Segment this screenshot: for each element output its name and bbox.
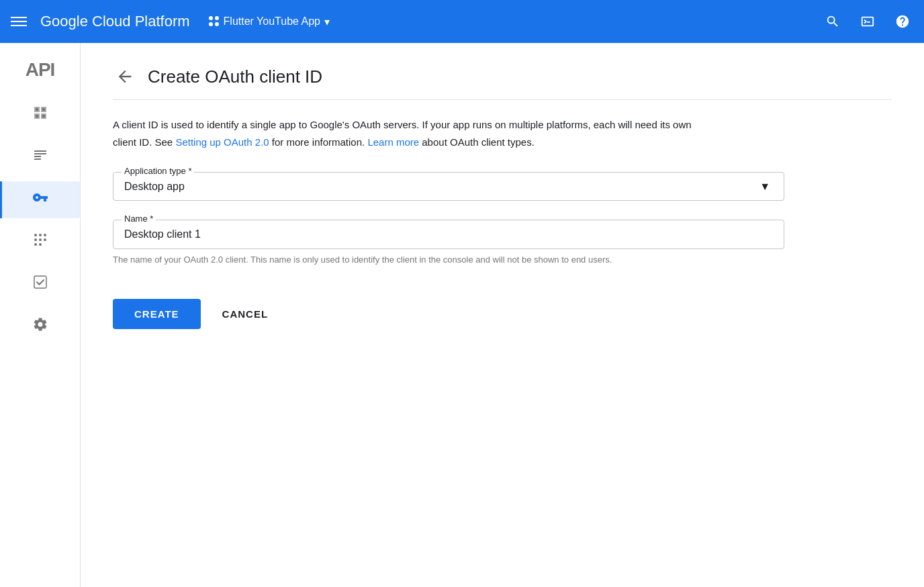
description-end: about OAuth client types. [419,136,535,148]
search-button[interactable] [822,11,843,32]
svg-point-15 [39,243,42,246]
name-input[interactable] [124,220,773,240]
header-actions [822,11,913,32]
back-button[interactable] [113,64,137,89]
help-button[interactable] [892,11,913,32]
sidebar-item-consent[interactable] [0,266,80,303]
consent-icon [32,274,48,294]
create-button[interactable]: CREATE [113,299,201,329]
app-type-field-outline: Application type * Web application Andro… [113,172,784,201]
svg-point-8 [34,234,37,236]
svg-rect-6 [34,156,41,157]
svg-point-12 [39,238,42,241]
chevron-down-icon: ▾ [324,15,330,28]
svg-rect-2 [42,108,45,111]
oauth-setup-link[interactable]: Setting up OAuth 2.0 [175,136,269,148]
library-icon [32,147,48,167]
svg-rect-4 [34,150,46,152]
svg-point-11 [34,238,37,241]
svg-point-10 [44,234,46,236]
sidebar-item-domains[interactable] [0,224,80,261]
description-middle: for more information. [269,136,368,148]
settings-icon [32,316,48,336]
main-content: Create OAuth client ID A client ID is us… [81,43,924,587]
svg-rect-7 [34,159,41,160]
svg-point-9 [39,234,42,236]
project-name: Flutter YouTube App [224,15,320,28]
svg-point-14 [34,243,37,246]
form-actions: CREATE CANCEL [113,299,892,329]
page-header: Create OAuth client ID [113,64,892,100]
api-logo: API [26,59,55,81]
project-icon [209,16,220,27]
layout: API [0,43,924,587]
name-field-outline: Name * [113,220,784,249]
svg-rect-3 [42,115,45,118]
domains-icon [32,232,48,251]
help-icon [895,14,910,29]
svg-rect-0 [36,108,38,111]
cloud-shell-button[interactable] [857,11,878,32]
sidebar-item-library[interactable] [0,139,80,176]
svg-rect-5 [34,153,46,154]
app-type-select[interactable]: Web application Android Chrome App iOS T… [124,173,773,192]
sidebar-item-dashboard[interactable] [0,97,80,134]
learn-more-link[interactable]: Learn more [367,136,419,148]
sidebar: API [0,43,81,587]
menu-button[interactable] [11,17,27,26]
form: Application type * Web application Andro… [113,172,784,267]
app-type-field-group: Application type * Web application Andro… [113,172,784,201]
dashboard-icon [32,105,48,124]
key-icon [32,189,48,209]
svg-rect-16 [34,276,46,288]
svg-rect-1 [36,115,38,118]
terminal-icon [860,14,875,29]
cancel-button[interactable]: CANCEL [217,299,274,329]
page-title: Create OAuth client ID [148,66,322,87]
header-title: Google Cloud Platform [40,13,190,30]
project-selector[interactable]: Flutter YouTube App ▾ [209,15,330,28]
back-icon [116,67,134,86]
name-label: Name * [122,214,156,224]
svg-point-13 [44,238,46,241]
header: Google Cloud Platform Flutter YouTube Ap… [0,0,924,43]
app-type-select-wrapper: Web application Android Chrome App iOS T… [124,173,773,192]
name-field-group: Name * The name of your OAuth 2.0 client… [113,220,784,267]
sidebar-item-credentials[interactable] [0,181,80,218]
sidebar-item-settings[interactable] [0,308,80,345]
name-hint: The name of your OAuth 2.0 client. This … [113,253,784,267]
search-icon [825,14,840,29]
description: A client ID is used to identify a single… [113,116,717,150]
